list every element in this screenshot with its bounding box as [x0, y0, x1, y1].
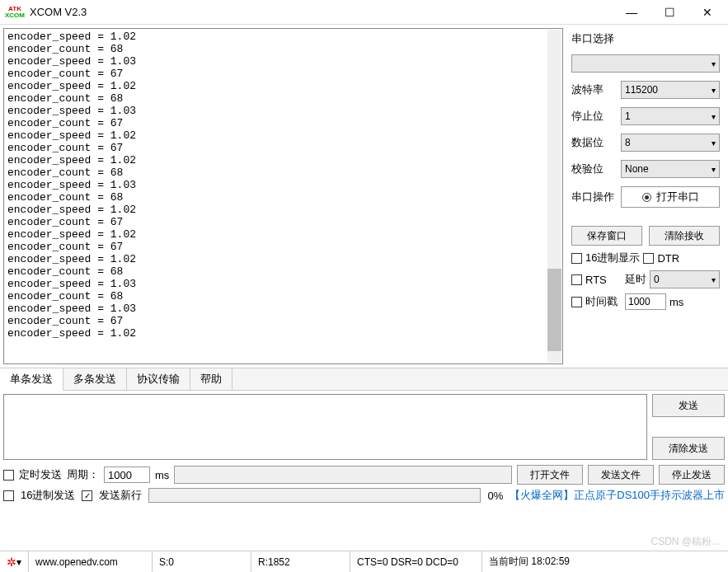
parity-label: 校验位	[571, 162, 621, 176]
hex-send-checkbox[interactable]	[3, 490, 14, 501]
status-time: 当前时间 18:02:59	[489, 555, 570, 569]
newline-label: 发送新行	[99, 488, 142, 503]
status-sent: S:0	[159, 556, 174, 568]
rts-label: RTS	[585, 274, 622, 286]
dtr-checkbox[interactable]	[643, 253, 654, 264]
timed-send-label: 定时发送	[19, 467, 62, 482]
baud-label: 波特率	[571, 82, 621, 97]
clear-recv-button[interactable]: 清除接收	[649, 226, 720, 246]
dropdown-icon[interactable]: ▾	[16, 556, 21, 568]
rts-checkbox[interactable]	[571, 274, 582, 285]
period-label: 周期：	[67, 467, 99, 482]
delay-label: 延时	[625, 272, 646, 287]
tab-help[interactable]: 帮助	[190, 368, 232, 390]
timestamp-input[interactable]: 1000	[625, 293, 666, 310]
statusbar: ✲ ▾ www.openedv.com S:0 R:1852 CTS=0 DSR…	[0, 551, 728, 572]
status-signals: CTS=0 DSR=0 DCD=0	[357, 556, 458, 568]
send-file-button[interactable]: 发送文件	[588, 465, 654, 485]
app-icon: ATKXCOM	[5, 2, 25, 22]
titlebar: ATKXCOM XCOM V2.3 — ☐ ✕	[0, 0, 728, 25]
delay-select[interactable]: 0▾	[650, 270, 720, 288]
port-select[interactable]: ▾	[571, 54, 720, 73]
send-tabs: 单条发送 多条发送 协议传输 帮助	[0, 368, 728, 390]
baud-select[interactable]: 115200▾	[621, 81, 720, 99]
stop-label: 停止位	[571, 109, 621, 124]
dtr-label: DTR	[657, 252, 679, 265]
open-port-button[interactable]: 打开串口	[621, 186, 720, 208]
watermark: CSDN @稿粉...	[651, 535, 720, 549]
data-label: 数据位	[571, 135, 621, 150]
scroll-thumb[interactable]	[547, 269, 561, 351]
stop-send-button[interactable]: 停止发送	[659, 465, 725, 485]
window-title: XCOM V2.3	[30, 6, 613, 18]
data-select[interactable]: 8▾	[621, 134, 720, 152]
settings-sidebar: 串口选择 ▾ 波特率115200▾ 停止位1▾ 数据位8▾ 校验位None▾ 串…	[563, 25, 728, 368]
ts-unit: ms	[669, 296, 683, 308]
gear-icon[interactable]: ✲	[7, 556, 16, 569]
port-label: 串口选择	[571, 31, 621, 46]
progress-bar	[148, 488, 481, 503]
hex-send-label: 16进制发送	[21, 488, 75, 503]
timestamp-checkbox[interactable]	[571, 297, 582, 307]
status-url[interactable]: www.openedv.com	[35, 556, 118, 568]
minimize-button[interactable]: —	[613, 0, 651, 25]
status-recv: R:1852	[258, 556, 290, 568]
chevron-down-icon: ▾	[712, 275, 716, 284]
timestamp-label: 时间戳	[585, 294, 622, 309]
chevron-down-icon: ▾	[712, 86, 716, 95]
period-input[interactable]: 1000	[104, 467, 150, 483]
stop-select[interactable]: 1▾	[621, 107, 720, 125]
terminal-output[interactable]: encoder_speed = 1.02 encoder_count = 68 …	[3, 28, 563, 364]
timed-send-checkbox[interactable]	[3, 470, 14, 481]
progress-pct: 0%	[487, 490, 503, 502]
chevron-down-icon: ▾	[712, 59, 716, 68]
promo-link[interactable]: 【火爆全网】正点原子DS100手持示波器上市	[510, 488, 725, 503]
clear-send-button[interactable]: 清除发送	[652, 437, 725, 460]
send-button[interactable]: 发送	[652, 394, 725, 417]
file-path-input[interactable]	[174, 466, 512, 484]
chevron-down-icon: ▾	[712, 138, 716, 148]
scrollbar[interactable]	[547, 30, 561, 363]
tab-protocol[interactable]: 协议传输	[127, 368, 190, 390]
op-label: 串口操作	[571, 190, 621, 204]
hex-display-label: 16进制显示	[585, 251, 640, 265]
tab-single-send[interactable]: 单条发送	[0, 368, 63, 391]
chevron-down-icon: ▾	[712, 112, 716, 121]
period-unit: ms	[155, 469, 169, 481]
parity-select[interactable]: None▾	[621, 160, 720, 178]
close-button[interactable]: ✕	[688, 0, 726, 25]
hex-display-checkbox[interactable]	[571, 253, 582, 264]
open-file-button[interactable]: 打开文件	[517, 465, 583, 485]
newline-checkbox[interactable]: ✓	[82, 490, 92, 501]
save-window-button[interactable]: 保存窗口	[571, 226, 642, 246]
send-textarea[interactable]	[3, 394, 647, 460]
maximize-button[interactable]: ☐	[651, 0, 688, 25]
tab-multi-send[interactable]: 多条发送	[63, 368, 127, 390]
chevron-down-icon: ▾	[712, 165, 716, 174]
